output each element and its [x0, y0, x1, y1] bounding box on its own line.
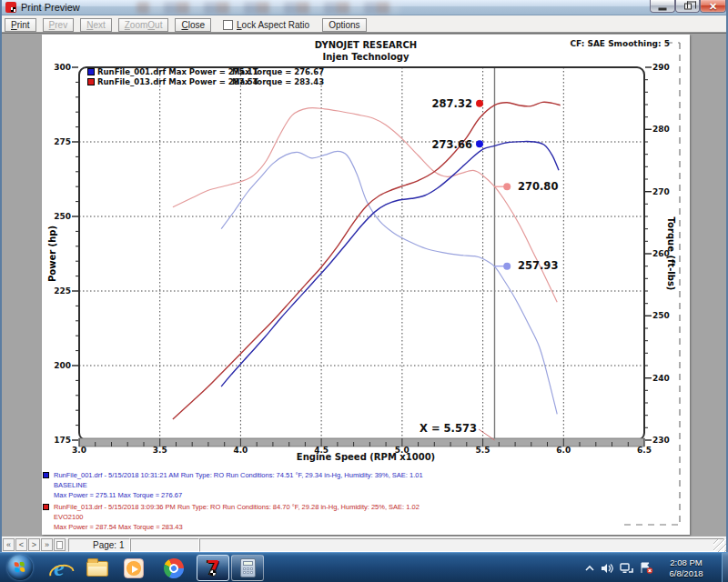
- resize-grip[interactable]: [713, 539, 726, 552]
- close-icon: ✕: [709, 0, 717, 12]
- callout-torque-001-at-cursor: 257.93: [518, 259, 558, 272]
- lock-aspect-ratio-checkbox[interactable]: [223, 20, 233, 30]
- callout-max-power-013: 287.32: [432, 97, 472, 110]
- windows-explorer-icon[interactable]: [86, 557, 109, 580]
- media-player-icon[interactable]: [122, 557, 146, 580]
- legend-torque: Max Torque = 276.67: [232, 67, 324, 76]
- status-panel: [199, 538, 724, 552]
- volume-icon[interactable]: [601, 563, 613, 574]
- run-name: EVO2100: [54, 512, 420, 522]
- run-info-evo2100: RunFile_013.drf - 5/15/2018 3:09:36 PM R…: [43, 502, 420, 532]
- run-info-baseline: RunFile_001.drf - 5/15/2018 10:31:21 AM …: [43, 470, 423, 500]
- run-swatch-blue: [43, 472, 49, 478]
- hidden-icons-chevron[interactable]: [585, 565, 594, 572]
- minimize-icon: [659, 7, 667, 10]
- right-tick-label: 250: [652, 311, 674, 320]
- page-setup-button[interactable]: [54, 538, 66, 551]
- restore-icon: [684, 3, 692, 9]
- legend-file-and-power: RunFile_001.drf Max Power = 275.11: [97, 67, 232, 76]
- x-tick-label: 4.0: [231, 446, 249, 455]
- page-icon: [56, 541, 63, 549]
- left-axis-title: Power (hp): [47, 226, 57, 282]
- right-tick-label: 240: [652, 374, 674, 383]
- callout-dot: [503, 263, 511, 270]
- run-name: BASELINE: [54, 480, 423, 490]
- background-window-ghost: [136, 2, 400, 14]
- internet-explorer-icon[interactable]: e: [47, 557, 71, 580]
- windows-logo-icon: [15, 562, 26, 574]
- window-title: Print Preview: [21, 2, 80, 13]
- left-tick-label: 225: [49, 286, 71, 296]
- run-swatch-red: [43, 504, 49, 510]
- action-center-flag-icon[interactable]: [640, 562, 653, 574]
- toolbar-buttons: PrintPrevNextZoom OutClose: [5, 18, 217, 32]
- status-panel: [130, 538, 199, 552]
- folder-icon: [86, 561, 108, 577]
- dynojet-seven-icon: 7: [207, 557, 220, 579]
- callout-torque-013-at-cursor: 270.80: [518, 180, 558, 193]
- x-tick-label: 5.5: [474, 446, 492, 455]
- right-tick-label: 290: [652, 63, 674, 72]
- dynojet-winpep-taskbar-button[interactable]: 7: [197, 555, 229, 581]
- prev-button: Prev: [43, 18, 75, 32]
- zoom-out-button: Zoom Out: [118, 18, 169, 32]
- right-tick-label: 280: [652, 125, 674, 134]
- callout-power-001-at-cursor: 273.66: [432, 138, 472, 151]
- calculator-icon: [240, 558, 256, 577]
- close-button[interactable]: ✕: [700, 0, 726, 13]
- x-tick-label: 4.5: [312, 446, 330, 455]
- x-tick-label: 3.5: [151, 446, 169, 455]
- correction-factor-note: CF: SAE Smoothing: 5: [570, 39, 670, 48]
- chrome-icon[interactable]: [162, 557, 186, 580]
- clock-date: 6/8/2018: [660, 568, 713, 579]
- plot-frame: [79, 67, 644, 440]
- first-page-button[interactable]: «: [3, 538, 15, 551]
- x-tick-label: 5.0: [393, 446, 411, 455]
- curve-power_013: [173, 102, 561, 419]
- play-icon: [124, 558, 144, 578]
- chrome-ball-icon: [160, 555, 187, 582]
- start-button[interactable]: [7, 555, 33, 580]
- network-icon[interactable]: [620, 563, 633, 574]
- callout-dot: [476, 100, 483, 107]
- show-desktop-button[interactable]: [722, 553, 728, 582]
- cursor-x-value-label: X = 5.573: [420, 422, 477, 435]
- x-tick-label: 6.0: [554, 446, 572, 455]
- title-bar[interactable]: Print Preview ✕: [2, 0, 726, 15]
- right-tick-label: 270: [652, 187, 674, 196]
- left-tick-label: 300: [49, 63, 71, 72]
- last-page-button[interactable]: »: [41, 538, 53, 551]
- legend-row: RunFile_013.drf Max Power = 287.54 Max T…: [87, 77, 324, 86]
- left-tick-label: 200: [49, 361, 71, 370]
- app-icon: [5, 2, 16, 13]
- left-tick-label: 175: [49, 436, 71, 445]
- calculator-taskbar-button[interactable]: [231, 555, 264, 581]
- lock-aspect-ratio-group[interactable]: Lock Aspect Ratio: [223, 20, 309, 30]
- x-tick-label: 6.5: [635, 446, 653, 455]
- chart-subtitle: Injen Technology: [42, 52, 690, 62]
- legend-swatch-blue: [87, 68, 95, 75]
- run-max-values: Max Power = 287.54 Max Torque = 283.43: [54, 522, 420, 532]
- print-button[interactable]: Print: [5, 18, 36, 32]
- desktop: Print Preview ✕ PrintPrevNextZoom OutClo…: [0, 0, 728, 582]
- taskbar-clock[interactable]: 2:08 PM 6/8/2018: [660, 557, 713, 579]
- close-button[interactable]: Close: [175, 18, 211, 32]
- run-max-values: Max Power = 275.11 Max Torque = 276.67: [54, 490, 423, 500]
- prev-page-button[interactable]: <: [15, 538, 27, 551]
- right-tick-label: 230: [652, 436, 674, 445]
- x-axis-title: Engine Speed (RPM x1000): [42, 452, 690, 462]
- run-details: RunFile_001.drf - 5/15/2018 10:31:21 AM …: [54, 470, 423, 480]
- next-button: Next: [80, 18, 112, 32]
- lock-aspect-ratio-label: Lock Aspect Ratio: [237, 20, 309, 30]
- print-preview-window: Print Preview ✕ PrintPrevNextZoom OutClo…: [0, 0, 728, 552]
- run-details: RunFile_013.drf - 5/15/2018 3:09:36 PM R…: [54, 502, 420, 512]
- restore-button[interactable]: [675, 0, 700, 13]
- system-tray: 2:08 PM 6/8/2018: [585, 553, 728, 582]
- options-button[interactable]: Options: [322, 18, 366, 32]
- callout-dot: [503, 183, 511, 190]
- minimize-button[interactable]: [650, 0, 675, 13]
- left-tick-label: 250: [49, 212, 71, 221]
- next-page-button[interactable]: >: [28, 538, 40, 551]
- callout-dot: [476, 140, 483, 147]
- right-tick-label: 260: [652, 249, 674, 258]
